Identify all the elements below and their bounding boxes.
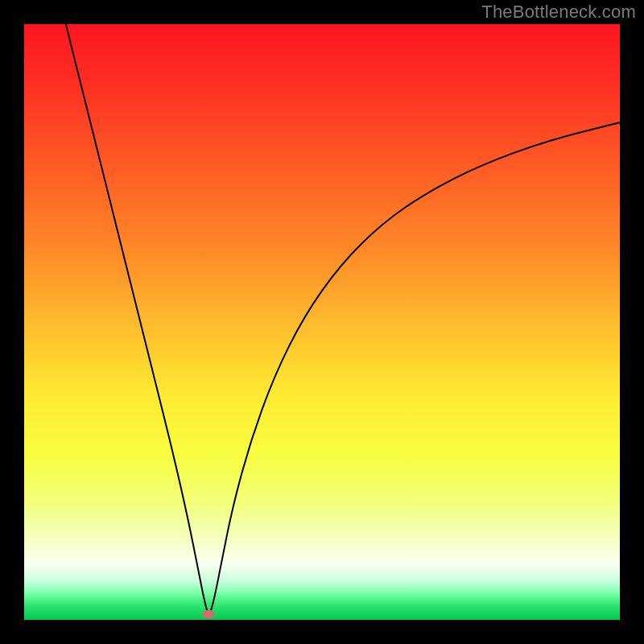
- chart-frame: TheBottleneck.com: [0, 0, 644, 644]
- optimal-marker: [203, 610, 214, 618]
- watermark-text: TheBottleneck.com: [481, 2, 636, 23]
- chart-svg: [24, 24, 620, 620]
- gradient-background: [24, 24, 620, 620]
- plot-area: [24, 24, 620, 620]
